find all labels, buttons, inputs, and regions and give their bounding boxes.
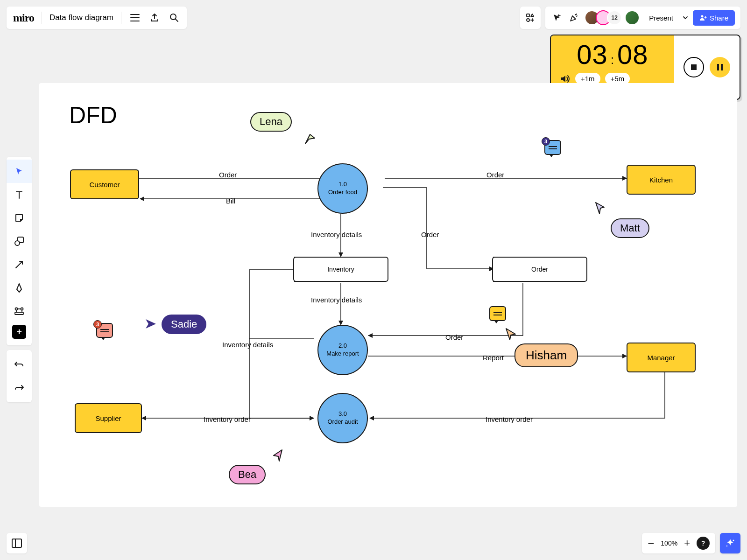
frame-tool[interactable]: [7, 300, 32, 323]
comment-bubble[interactable]: 3: [544, 140, 561, 155]
confetti-icon[interactable]: [568, 12, 580, 24]
edge-label: Order: [421, 231, 439, 238]
topbar-left-group: miro Data flow diagram: [7, 7, 187, 29]
entity-supplier[interactable]: Supplier: [75, 403, 142, 433]
svg-point-10: [21, 308, 23, 310]
export-icon[interactable]: [148, 12, 161, 24]
process-2[interactable]: 2.0Make report: [317, 325, 368, 375]
svg-point-9: [15, 308, 18, 310]
history-tools: [7, 350, 32, 402]
zoom-level[interactable]: 100%: [661, 539, 677, 547]
help-button[interactable]: ?: [697, 537, 710, 550]
cursor-icon: [144, 318, 157, 329]
main-tools: +: [7, 157, 32, 345]
svg-point-3: [701, 15, 703, 18]
svg-rect-6: [721, 64, 723, 70]
cursor-label-hisham: Hisham: [514, 343, 578, 367]
divider: [42, 12, 42, 24]
svg-point-14: [726, 546, 727, 546]
cursor-icon: [594, 201, 606, 215]
board-title[interactable]: Data flow diagram: [49, 13, 113, 22]
edge-label: Order: [219, 171, 237, 179]
edge-label: Report: [483, 354, 504, 362]
person-add-icon: [699, 14, 707, 21]
edge-label: Inventory order: [204, 415, 251, 423]
avatar-stack[interactable]: 12: [585, 10, 640, 25]
cursor-icon: [303, 133, 317, 146]
shape-tool[interactable]: [7, 230, 32, 253]
avatar: [625, 10, 640, 25]
svg-point-0: [170, 14, 176, 20]
collab-tools: 12 Present Share: [545, 7, 740, 29]
avatar-overflow: 12: [607, 10, 622, 25]
bottom-right: − 100% + ?: [642, 533, 740, 553]
hamburger-icon[interactable]: [129, 12, 141, 24]
edges-layer: [39, 83, 737, 507]
undo-button[interactable]: [7, 353, 32, 376]
comment-bubble[interactable]: 3: [96, 323, 113, 338]
pen-tool[interactable]: [7, 276, 32, 300]
comment-bubble[interactable]: [489, 306, 506, 321]
svg-rect-4: [691, 64, 697, 70]
svg-rect-11: [15, 312, 23, 315]
panel-toggle-button[interactable]: [7, 533, 27, 553]
svg-rect-1: [527, 14, 529, 17]
edge-label: Inventory order: [486, 415, 533, 423]
ai-assist-button[interactable]: [720, 533, 740, 553]
cursor-icon: [504, 327, 517, 341]
share-button[interactable]: Share: [693, 10, 735, 26]
canvas[interactable]: DFD Customer Kitchen Supplier Manage: [39, 83, 737, 507]
zoom-controls: − 100% + ?: [642, 533, 715, 553]
comment-count-badge: 3: [542, 137, 550, 146]
select-tool[interactable]: [7, 160, 32, 183]
top-bar: miro Data flow diagram 12: [7, 7, 740, 29]
divider: [121, 12, 121, 24]
cursor-label-bea: Bea: [229, 465, 266, 484]
svg-point-13: [733, 540, 734, 541]
svg-rect-12: [12, 539, 21, 547]
edge-label: Inventory details: [311, 296, 362, 304]
datastore-inventory[interactable]: Inventory: [294, 257, 388, 282]
edge-label: Inventory details: [311, 231, 362, 238]
comment-count-badge: 3: [93, 320, 102, 329]
redo-button[interactable]: [7, 376, 32, 399]
svg-point-2: [527, 19, 529, 21]
apps-button[interactable]: [520, 7, 541, 29]
present-button[interactable]: Present: [644, 12, 678, 24]
process-3[interactable]: 3.0Order audit: [317, 393, 368, 443]
process-1[interactable]: 1.0Order food: [317, 163, 368, 214]
edge-label: Order: [486, 171, 504, 179]
pause-button[interactable]: [710, 57, 730, 77]
entity-kitchen[interactable]: Kitchen: [627, 165, 696, 195]
chevron-down-icon[interactable]: [683, 15, 688, 21]
timer-time: 03 : 08: [559, 41, 666, 68]
cursor-label-sadie: Sadie: [162, 315, 206, 334]
edge-label: Order: [445, 333, 463, 341]
topbar-right-group: 12 Present Share: [520, 7, 740, 29]
entity-customer[interactable]: Customer: [70, 169, 139, 199]
svg-rect-5: [717, 64, 719, 70]
cursor-label-lena: Lena: [250, 112, 292, 132]
left-toolbar: +: [7, 157, 32, 402]
cursor-icon: [272, 448, 284, 462]
zoom-in-button[interactable]: +: [684, 537, 690, 549]
zoom-out-button[interactable]: −: [648, 537, 654, 550]
entity-manager[interactable]: Manager: [627, 343, 696, 372]
cursor-follow-icon[interactable]: [551, 12, 563, 24]
arrow-tool[interactable]: [7, 253, 32, 276]
edge-label: Bill: [226, 197, 235, 205]
search-icon[interactable]: [168, 12, 180, 24]
datastore-order[interactable]: Order: [493, 257, 587, 282]
svg-point-8: [15, 241, 20, 245]
text-tool[interactable]: [7, 183, 32, 206]
edge-label: Inventory details: [222, 341, 273, 349]
sticky-note-tool[interactable]: [7, 206, 32, 230]
bottom-left: [7, 533, 27, 553]
cursor-label-matt: Matt: [611, 218, 649, 238]
add-tool-button[interactable]: +: [12, 325, 26, 339]
stop-button[interactable]: [684, 57, 704, 77]
miro-logo[interactable]: miro: [13, 12, 34, 24]
sound-icon[interactable]: [559, 73, 571, 84]
